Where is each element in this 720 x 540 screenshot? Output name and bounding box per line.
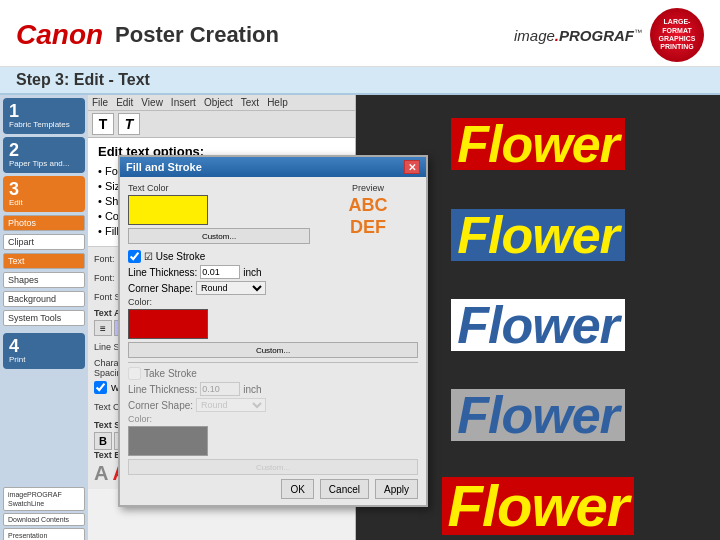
dialog-corner-shape-row: Corner Shape: Round [128,281,418,295]
dialog-ok-btn[interactable]: OK [281,479,313,499]
sidebar-item-background[interactable]: Background [3,291,85,307]
align-left-btn[interactable]: ≡ [94,320,112,336]
take-stroke-label: Take Stroke [144,368,197,379]
menu-object[interactable]: Object [204,97,233,108]
dialog-line-thickness-row: Line Thickness: inch [128,265,418,279]
dialog-line-thickness2-row: Line Thickness: inch [128,382,418,396]
step-1[interactable]: 1 Fabric Templates [3,98,85,134]
dialog-stroke-checkbox-row: ☑ Use Stroke [128,250,418,263]
dialog-titlebar: Fill and Stroke ✕ [120,157,426,177]
sidebar-item-imageprograf[interactable]: imagePROGRAFSwatchLine [3,487,85,511]
menu-edit[interactable]: Edit [116,97,133,108]
imageprograf-logo: image.PROGRAF™ [514,27,642,44]
line-thickness-label: Line Thickness: [128,267,197,278]
dialog-color-label: Color: [128,297,418,307]
step-4[interactable]: 4 Print [3,333,85,369]
dialog-color2-section: Color: Custom... [128,414,418,475]
dialog-abc-preview: ABCDEF [349,195,388,238]
flower-text-2: Flower [451,209,625,261]
badge-circle: LARGE-FORMATGRAPHICSPRINTING [650,8,704,62]
text-tool-btn[interactable]: T [92,113,114,135]
step-3-label: Edit [9,198,79,208]
text-italic-tool-btn[interactable]: T [118,113,140,135]
step-1-num: 1 [9,102,79,120]
text-effect-gray-btn[interactable]: A [94,462,108,485]
sidebar: 1 Fabric Templates 2 Paper Tips and... 3… [0,95,88,540]
header: Canon Poster Creation image.PROGRAF™ LAR… [0,0,720,67]
sidebar-item-text[interactable]: Text [3,253,85,269]
dialog-stroke-section: Take Stroke Line Thickness: inch Corner … [128,362,418,475]
canon-logo: Canon [16,19,103,51]
line-thickness-unit: inch [243,267,261,278]
dialog-fill-section: Text Color Custom... Preview ABCDEF [128,183,418,244]
corner-shape2-label: Corner Shape: [128,400,193,411]
dialog-cancel-btn[interactable]: Cancel [320,479,369,499]
sidebar-item-presentation[interactable]: PresentationMovies [3,528,85,540]
flower-text-4: Flower [451,389,625,441]
dialog-corner-shape2-row: Corner Shape: Round [128,398,418,412]
take-stroke-checkbox[interactable] [128,367,141,380]
corner-shape-label: Corner Shape: [128,283,193,294]
menu-help[interactable]: Help [267,97,288,108]
line-thickness2-unit: inch [243,384,261,395]
dialog-preview-label: Preview [352,183,384,193]
dialog-red-swatch[interactable] [128,309,208,339]
line-thickness2-input[interactable] [200,382,240,396]
step-2-label: Paper Tips and... [9,159,79,169]
page-title: Poster Creation [115,22,514,48]
dialog-fill-label: Text Color [128,183,310,193]
dialog-take-stroke-row: Take Stroke [128,367,418,380]
header-right: image.PROGRAF™ LARGE-FORMATGRAPHICSPRINT… [514,8,704,62]
dialog-preview-col: Preview ABCDEF [318,183,418,244]
line-thickness-input[interactable] [200,265,240,279]
use-stroke-label: ☑ Use Stroke [144,251,205,262]
step-2-num: 2 [9,141,79,159]
word-wrap-checkbox[interactable] [94,381,107,394]
bold-btn[interactable]: B [94,432,112,450]
menu-file[interactable]: File [92,97,108,108]
menu-insert[interactable]: Insert [171,97,196,108]
step-2[interactable]: 2 Paper Tips and... [3,137,85,173]
step-3[interactable]: 3 Edit [3,176,85,212]
dialog-color-custom-btn[interactable]: Custom... [128,342,418,358]
corner-shape2-select[interactable]: Round [196,398,266,412]
sidebar-item-systemtools[interactable]: System Tools [3,310,85,326]
dialog-fill-custom-btn[interactable]: Custom... [128,228,310,244]
main-layout: 1 Fabric Templates 2 Paper Tips and... 3… [0,95,720,540]
sidebar-item-shapes[interactable]: Shapes [3,272,85,288]
dialog-fill-col: Text Color Custom... [128,183,310,244]
menu-text[interactable]: Text [241,97,259,108]
dialog-black-swatch [128,426,208,456]
dialog-title: Fill and Stroke [126,161,202,173]
step-4-label: Print [9,355,79,365]
dialog-apply-btn[interactable]: Apply [375,479,418,499]
dialog-color-section: Color: Custom... [128,297,418,358]
software-panel: File Edit View Insert Object Text Help T… [88,95,356,540]
corner-shape-select[interactable]: Round [196,281,266,295]
dialog-body: Text Color Custom... Preview ABCDEF ☑ Us… [120,177,426,505]
sidebar-item-photos[interactable]: Photos [3,215,85,231]
menu-bar: File Edit View Insert Object Text Help [88,95,355,111]
sidebar-item-download[interactable]: Download Contents [3,513,85,526]
step-4-num: 4 [9,337,79,355]
fill-stroke-dialog: Fill and Stroke ✕ Text Color Custom... P… [118,155,428,507]
toolbar: T T [88,111,355,138]
dialog-color2-label: Color: [128,414,418,424]
dialog-color2-custom-btn[interactable]: Custom... [128,459,418,475]
line-thickness2-label: Line Thickness: [128,384,197,395]
flower-text-5: Flower [442,477,635,535]
flower-text-3: Flower [451,299,625,351]
use-stroke-checkbox[interactable] [128,250,141,263]
subheader: Step 3: Edit - Text [0,67,720,95]
sidebar-item-clipart[interactable]: Clipart [3,234,85,250]
step-3-num: 3 [9,180,79,198]
menu-view[interactable]: View [141,97,163,108]
dialog-fill-yellow-swatch[interactable] [128,195,208,225]
step-1-label: Fabric Templates [9,120,79,130]
dialog-close-btn[interactable]: ✕ [404,160,420,174]
flower-text-1: Flower [451,118,625,170]
dialog-buttons: OK Cancel Apply [128,479,418,499]
